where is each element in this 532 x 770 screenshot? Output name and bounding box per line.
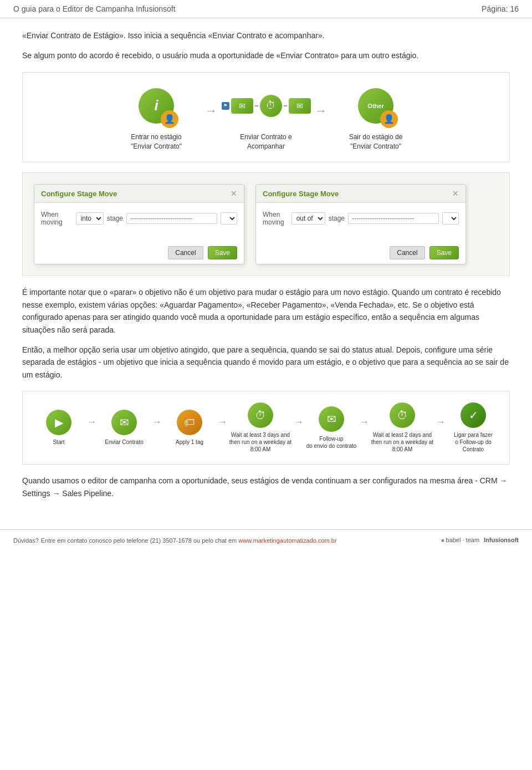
page-header: O guia para o Editor de Campanha Infusio… xyxy=(0,0,532,18)
dialog-stage-move-1: Configure Stage Move ✕ When moving into … xyxy=(34,184,244,264)
wf-label-wait2: Wait at least 2 days and then run on a w… xyxy=(369,431,436,453)
cancel-button-2[interactable]: Cancel xyxy=(390,246,424,259)
footer-contact-text: Entre em contato conosco pelo telefone (… xyxy=(41,537,337,544)
dialog-body-1: When moving into stage xyxy=(34,203,244,242)
node-label-enter: Entrar no estágio"Enviar Contrato" xyxy=(131,132,182,151)
wf-node-apply: 🏷 Apply 1 tag xyxy=(162,410,217,446)
cancel-button-1[interactable]: Cancel xyxy=(168,246,203,259)
wf-arrow-6: → xyxy=(436,416,446,428)
wf-arrow-5: → xyxy=(359,416,369,428)
email2-icon: ✉ xyxy=(319,406,344,432)
wf-label-apply: Apply 1 tag xyxy=(176,438,203,446)
dialog-close-1[interactable]: ✕ xyxy=(231,189,237,198)
page-footer: Dúvidas? Entre em contato conosco pelo t… xyxy=(0,529,532,550)
tag-icon: 🏷 xyxy=(177,410,202,435)
direction-select-2[interactable]: out of xyxy=(291,212,325,225)
envelope2-icon: ✉ xyxy=(289,98,311,114)
wf-node-wait1: ⏱ Wait at least 3 days and then run on a… xyxy=(227,402,294,453)
dialog-header-2: Configure Stage Move ✕ xyxy=(256,185,466,203)
wf-node-wait2: ⏱ Wait at least 2 days and then run on a… xyxy=(369,402,436,453)
stage-dropdown-1[interactable] xyxy=(221,212,237,225)
paragraph-3: É importante notar que o «parar» o objet… xyxy=(22,286,510,336)
wf-node-start: ▶ Start xyxy=(31,410,86,446)
page-number: Página: 16 xyxy=(482,4,519,13)
node-icon-enter: i 👤 xyxy=(134,84,178,128)
footer-contact: Dúvidas? Entre em contato conosco pelo t… xyxy=(13,536,337,544)
node-label-send: Enviar Contrato eAcompanhar xyxy=(240,132,291,151)
document-title: O guia para o Editor de Campanha Infusio… xyxy=(13,4,176,13)
wf-arrow-1: → xyxy=(86,416,96,428)
when-moving-label-2: When moving xyxy=(263,211,288,226)
arrow-2: → xyxy=(310,104,331,118)
stage-input-1[interactable] xyxy=(126,213,217,224)
wf-node-followup: ✉ Follow-updo envio do contrato xyxy=(304,406,359,450)
diagram-node-send: ⚑ ✉ ⏱ ✉ Enviar Contrato eAcompanhar xyxy=(222,84,310,151)
footer-logos: ■ babel · team Infusionsoft xyxy=(441,537,519,543)
arrow-1: → xyxy=(201,104,222,118)
dialog-header-1: Configure Stage Move ✕ xyxy=(34,185,244,203)
dialog-title-2: Configure Stage Move xyxy=(263,190,339,198)
dialog-body-2: When moving out of stage xyxy=(256,203,466,242)
wf-label-enviar: Enviar Contrato xyxy=(105,438,143,446)
stage-input-2[interactable] xyxy=(348,213,439,224)
wf-label-wait1: Wait at least 3 days and then run on a w… xyxy=(227,431,294,453)
node-icon-send: ⚑ ✉ ⏱ ✉ xyxy=(238,84,294,128)
wf-node-ligar: ✓ Ligar para fazero Follow-up doContrato xyxy=(446,402,501,453)
wf-label-followup: Follow-updo envio do contrato xyxy=(306,435,357,450)
dialog-actions-1: Cancel Save xyxy=(34,242,244,264)
play-icon: ▶ xyxy=(46,410,71,435)
dialogs-container: Configure Stage Move ✕ When moving into … xyxy=(22,172,510,276)
diagram-nodes-row: i 👤 Entrar no estágio"Enviar Contrato" →… xyxy=(112,84,420,151)
direction-select-1[interactable]: into xyxy=(76,212,104,225)
babel-logo: ■ babel · team xyxy=(441,537,479,543)
stage-label-1: stage xyxy=(107,215,123,222)
wf-node-enviar: ✉ Enviar Contrato xyxy=(96,410,152,446)
dialog-title-1: Configure Stage Move xyxy=(41,190,117,198)
wf-arrow-3: → xyxy=(217,416,227,428)
paragraph-2: Se algum ponto do acordo é recebido, o u… xyxy=(22,49,510,62)
dialog-stage-move-2: Configure Stage Move ✕ When moving out o… xyxy=(255,184,466,264)
dialog-actions-2: Cancel Save xyxy=(256,242,466,264)
email-icon: ✉ xyxy=(111,410,137,435)
stage-dropdown-2[interactable] xyxy=(442,212,459,225)
dialog-form-row-2: When moving out of stage xyxy=(263,211,459,226)
clock2-icon: ⏱ xyxy=(390,402,415,428)
wf-label-start: Start xyxy=(53,438,64,446)
diagram-node-exit: Other 👤 Sair do estágio de"Enviar Contra… xyxy=(331,84,420,151)
footer-question: Dúvidas? xyxy=(13,537,39,544)
diagram-stage-move: i 👤 Entrar no estágio"Enviar Contrato" →… xyxy=(22,72,510,163)
footer-link[interactable]: www.marketingautomatizado.com.br xyxy=(238,537,336,544)
dialog-close-2[interactable]: ✕ xyxy=(452,189,459,198)
stage-label-2: stage xyxy=(329,215,345,222)
infusionsoft-logo: Infusionsoft xyxy=(484,537,519,543)
person-exit-icon: 👤 xyxy=(380,110,398,128)
main-content: «Enviar Contrato de Estágio». Isso inici… xyxy=(0,18,532,518)
save-button-1[interactable]: Save xyxy=(208,246,237,259)
wf-arrow-2: → xyxy=(152,416,162,428)
paragraph-5: Quando usamos o editor de campanha com a… xyxy=(22,475,510,499)
wf-arrow-4: → xyxy=(294,416,304,428)
dialog-form-row-1: When moving into stage xyxy=(41,211,237,226)
send-icon-group: ⚑ ✉ ⏱ ✉ xyxy=(222,95,311,117)
workflow-diagram: ▶ Start → ✉ Enviar Contrato → 🏷 Apply 1 … xyxy=(22,391,510,465)
paragraph-1: «Enviar Contrato de Estágio». Isso inici… xyxy=(22,29,510,42)
clock-icon: ⏱ xyxy=(260,95,282,117)
diagram-node-enter: i 👤 Entrar no estágio"Enviar Contrato" xyxy=(112,84,201,151)
wf-label-ligar: Ligar para fazero Follow-up doContrato xyxy=(454,431,493,453)
paragraph-4: Então, a melhor opção seria usar um obje… xyxy=(22,344,510,381)
check-icon: ✓ xyxy=(461,402,486,428)
envelope-icon: ✉ xyxy=(231,98,253,114)
person-icon: 👤 xyxy=(161,110,178,128)
clock1-icon: ⏱ xyxy=(248,402,273,428)
node-label-exit: Sair do estágio de"Enviar Contrato" xyxy=(349,132,403,151)
save-button-2[interactable]: Save xyxy=(429,246,459,259)
node-icon-exit: Other 👤 xyxy=(354,84,398,128)
when-moving-label-1: When moving xyxy=(41,211,73,226)
